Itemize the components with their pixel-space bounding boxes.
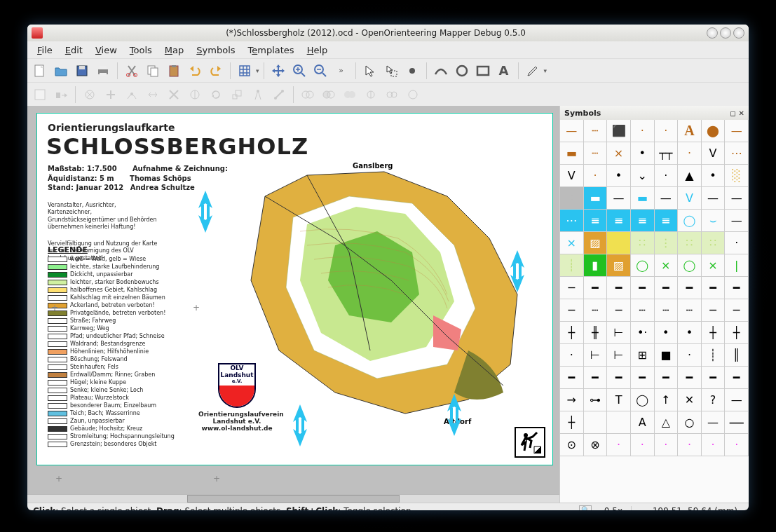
symbol-cell[interactable]: V <box>702 142 726 165</box>
symbol-cell[interactable]: ⊢ <box>607 344 631 367</box>
symbol-cell[interactable]: ⌣ <box>702 210 726 232</box>
symbol-cell[interactable]: ≡ <box>631 210 655 232</box>
symbol-cell[interactable]: ≡ <box>607 210 631 232</box>
symbol-cell[interactable]: — <box>725 411 749 434</box>
symbol-cell[interactable]: ━ <box>678 277 702 299</box>
pan-button[interactable] <box>268 61 288 81</box>
symbol-cell[interactable]: ⌄ <box>631 165 655 187</box>
symbol-cell[interactable]: ⊞ <box>607 232 631 254</box>
symbol-cell[interactable]: ┼ <box>560 322 584 344</box>
tool-b12[interactable] <box>298 85 318 104</box>
symbol-cell[interactable]: ▬ <box>560 142 584 165</box>
symbol-cell[interactable]: ▨ <box>584 232 608 254</box>
close-button[interactable] <box>733 27 744 39</box>
symbol-cell[interactable]: ━ <box>702 277 726 299</box>
symbol-cell[interactable]: ∷ <box>678 232 702 254</box>
symbol-cell[interactable]: — <box>607 187 631 210</box>
tool-b17[interactable] <box>403 85 423 104</box>
symbol-cell[interactable]: ↑ <box>655 389 679 411</box>
point-tool[interactable] <box>402 61 422 81</box>
symbol-cell[interactable]: — <box>655 187 679 210</box>
panel-close-icon[interactable]: ✕ <box>739 109 744 117</box>
symbol-cell[interactable]: — <box>560 120 584 142</box>
symbol-cell[interactable]: — <box>725 187 749 210</box>
symbol-cell[interactable]: ━ <box>607 367 631 389</box>
select-tool[interactable] <box>360 61 380 81</box>
tool-b13[interactable] <box>319 85 339 104</box>
tool-b5[interactable] <box>122 85 142 104</box>
symbol-cell[interactable]: ┼ <box>702 322 726 344</box>
symbol-cell[interactable]: ◯ <box>631 389 655 411</box>
tool-b3[interactable] <box>80 85 100 104</box>
symbol-cell[interactable]: ■ <box>655 344 679 367</box>
symbol-cell[interactable]: ▬ <box>631 187 655 210</box>
symbol-cell[interactable]: ⊗ <box>584 434 608 456</box>
symbol-cell[interactable]: ⊶ <box>584 389 608 411</box>
symbol-cell[interactable]: ━ <box>631 277 655 299</box>
symbol-cell[interactable]: ∷ <box>702 232 726 254</box>
symbol-cell[interactable]: ┄ <box>584 299 608 322</box>
symbol-cell[interactable]: ⊞ <box>631 344 655 367</box>
symbol-cell[interactable]: · <box>678 344 702 367</box>
symbol-cell[interactable]: × <box>702 254 726 277</box>
map-canvas[interactable]: + + Orientierungslaufkarte SCHLOSSBERGHO… <box>27 106 559 503</box>
symbol-cell[interactable]: — <box>725 389 749 411</box>
symbol-cell[interactable]: — <box>702 411 726 434</box>
symbol-cell[interactable]: A <box>631 411 655 434</box>
symbol-cell[interactable]: ┼ <box>560 411 584 434</box>
symbol-cell[interactable]: · <box>725 434 749 456</box>
symbol-cell[interactable]: · <box>678 434 702 456</box>
symbol-cell[interactable] <box>584 411 608 434</box>
symbol-cell[interactable]: ┄ <box>584 120 608 142</box>
tool-b7[interactable] <box>164 85 184 104</box>
symbol-cell[interactable]: •· <box>631 322 655 344</box>
symbol-cell[interactable]: ─ <box>560 299 584 322</box>
symbol-cell[interactable]: · <box>584 165 608 187</box>
symbol-cell[interactable]: ∷ <box>631 232 655 254</box>
canvas-scrollbar-h[interactable] <box>27 494 559 503</box>
symbol-cell[interactable]: ⋯ <box>725 142 749 165</box>
tool-b15[interactable] <box>361 85 381 104</box>
symbol-cell[interactable]: T <box>607 389 631 411</box>
copy-button[interactable] <box>143 61 163 81</box>
tool-b1[interactable] <box>30 85 50 104</box>
toolbar-overflow[interactable]: » <box>332 61 351 81</box>
symbol-cell[interactable]: ━ <box>584 367 608 389</box>
symbol-cell[interactable]: ? <box>702 389 726 411</box>
symbol-cell[interactable] <box>607 411 631 434</box>
symbol-cell[interactable]: → <box>560 389 584 411</box>
open-button[interactable] <box>51 61 71 81</box>
print-button[interactable] <box>93 61 113 81</box>
symbol-cell[interactable]: V <box>560 165 584 187</box>
symbol-cell[interactable]: · <box>702 434 726 456</box>
symbol-cell[interactable]: · <box>655 434 679 456</box>
select-rect-tool[interactable] <box>381 61 401 81</box>
pen-tool[interactable] <box>523 61 543 81</box>
symbol-cell[interactable]: ⊙ <box>560 434 584 456</box>
symbol-cell[interactable]: ○ <box>678 411 702 434</box>
paste-button[interactable] <box>164 61 184 81</box>
symbol-cell[interactable]: • <box>702 165 726 187</box>
save-button[interactable] <box>72 61 92 81</box>
symbol-cell[interactable]: ▬ <box>584 187 608 210</box>
symbol-cell[interactable]: · <box>631 120 655 142</box>
symbol-cell[interactable]: ━ <box>560 367 584 389</box>
minimize-button[interactable] <box>707 27 718 39</box>
panel-undock-icon[interactable]: ◻ <box>730 109 735 117</box>
zoom-out-button[interactable] <box>311 61 330 81</box>
zoom-icon[interactable]: 🔍 <box>579 505 592 511</box>
symbol-cell[interactable]: ⋮ <box>655 232 679 254</box>
symbol-cell[interactable]: • <box>678 322 702 344</box>
tool-b11[interactable] <box>269 85 289 104</box>
tool-b6[interactable] <box>143 85 163 104</box>
tool-scale[interactable] <box>227 85 247 104</box>
symbol-cell[interactable]: — <box>725 210 749 232</box>
symbol-cell[interactable]: ━ <box>584 277 608 299</box>
symbol-cell[interactable]: · <box>631 434 655 456</box>
symbol-cell[interactable]: ⋯ <box>560 210 584 232</box>
symbol-cell[interactable]: ┄ <box>584 142 608 165</box>
symbol-cell[interactable]: ┄ <box>678 299 702 322</box>
symbol-cell[interactable]: ≡ <box>655 210 679 232</box>
menu-help[interactable]: Help <box>301 43 334 57</box>
symbol-cell[interactable]: ━ <box>607 277 631 299</box>
